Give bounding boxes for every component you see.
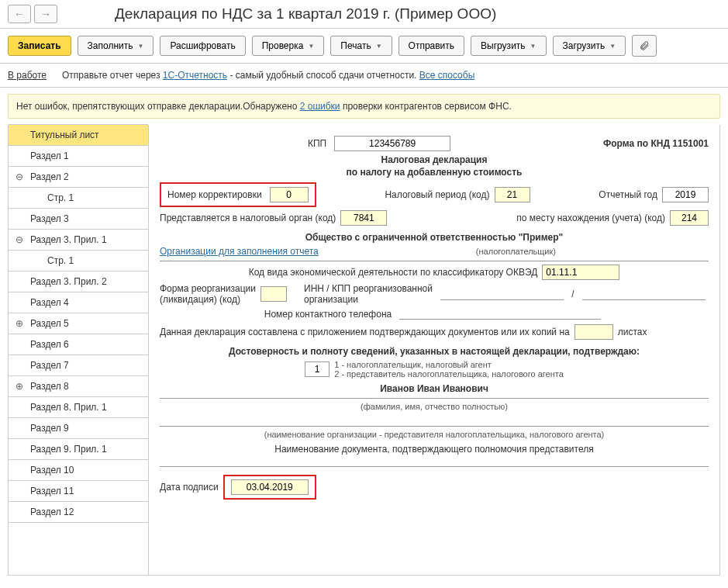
org-fill-link[interactable]: Организации для заполнения отчета: [160, 246, 319, 257]
year-field[interactable]: [662, 187, 709, 202]
expand-icon[interactable]: ⊕: [15, 319, 24, 328]
sidebar-item-7[interactable]: Раздел 3. Прил. 2: [9, 271, 148, 292]
row-corr: Номер корректировки Налоговый период (ко…: [160, 182, 709, 207]
form-title-2: по налогу на добавленную стоимость: [160, 167, 709, 178]
row-okved: Код вида экономической деятельности по к…: [160, 265, 709, 280]
docs-label-2: листах: [618, 327, 647, 337]
check-button[interactable]: Проверка▼: [252, 36, 325, 56]
docs-pages-field[interactable]: [574, 324, 613, 340]
correction-field[interactable]: [270, 187, 309, 202]
sidebar-item-12[interactable]: ⊕Раздел 8: [9, 375, 148, 397]
sidebar-item-label: Раздел 7: [30, 360, 69, 371]
download-button[interactable]: Загрузить▼: [553, 36, 626, 56]
chevron-down-icon: ▼: [138, 43, 144, 50]
sidebar-item-1[interactable]: Раздел 1: [9, 145, 148, 167]
kpp-field[interactable]: [334, 136, 450, 151]
status-text: Отправьте отчет через 1С-Отчетность - са…: [62, 70, 474, 81]
sign-date-field[interactable]: [231, 479, 309, 495]
reorg-code-field[interactable]: [260, 286, 287, 302]
print-button[interactable]: Печать▼: [330, 36, 392, 56]
okved-field[interactable]: [542, 265, 619, 280]
chevron-down-icon: ▼: [376, 43, 382, 50]
place-field[interactable]: [670, 210, 709, 226]
row-sign-date: Дата подписи: [160, 475, 709, 500]
sidebar-item-16[interactable]: Раздел 10: [9, 459, 148, 481]
row-fio-sub: (фамилия, имя, отчество полностью): [160, 402, 709, 411]
form-title-1: Налоговая декларация: [160, 154, 709, 165]
sidebar-item-9[interactable]: ⊕Раздел 5: [9, 313, 148, 334]
divider: [160, 260, 709, 261]
sidebar-item-11[interactable]: Раздел 7: [9, 355, 148, 376]
sidebar-item-4[interactable]: Раздел 3: [9, 208, 148, 230]
place-label: по месту нахождения (учета) (код): [516, 213, 665, 223]
sidebar-item-18[interactable]: Раздел 12: [9, 501, 148, 523]
nav-back-button[interactable]: ←: [8, 5, 31, 23]
sidebar-item-10[interactable]: Раздел 6: [9, 334, 148, 355]
sidebar-item-label: Раздел 3. Прил. 2: [30, 276, 107, 287]
toolbar: Записать Заполнить▼ Расшифровать Проверк…: [0, 29, 728, 64]
errors-link[interactable]: 2 ошибки: [300, 101, 340, 112]
sidebar-item-label: Раздел 12: [30, 507, 74, 517]
collapse-icon[interactable]: ⊖: [15, 172, 24, 182]
sidebar-item-6[interactable]: Стр. 1: [9, 250, 148, 272]
attachment-button[interactable]: [632, 35, 657, 57]
decode-button[interactable]: Расшифровать: [160, 36, 245, 56]
knd-label: Форма по КНД 1151001: [603, 138, 709, 149]
topbar: ← → Декларация по НДС за 1 квартал 2019 …: [0, 0, 728, 29]
status-label[interactable]: В работе: [8, 70, 47, 81]
sidebar-item-17[interactable]: Раздел 11: [9, 480, 148, 502]
sidebar-item-label: Раздел 3: [30, 213, 69, 224]
doc-label: Наименование документа, подтверждающего …: [274, 444, 593, 455]
confirm-field[interactable]: [305, 361, 329, 377]
link-all-methods[interactable]: Все способы: [419, 70, 475, 81]
sidebar-item-label: Раздел 4: [30, 297, 69, 308]
expand-icon[interactable]: ⊕: [15, 382, 24, 391]
chevron-down-icon: ▼: [530, 43, 537, 50]
row-org-name: Общество с ограниченной ответственностью…: [160, 232, 709, 243]
sidebar-item-label: Раздел 9: [30, 423, 69, 434]
sidebar-item-label: Раздел 2: [30, 171, 69, 182]
send-button[interactable]: Отправить: [399, 36, 465, 56]
row-reorg: Форма реорганизации (ликвидация) (код) И…: [160, 283, 709, 305]
main: Титульный листРаздел 1⊖Раздел 2Стр. 1Раз…: [0, 125, 728, 583]
collapse-icon[interactable]: ⊖: [15, 235, 24, 244]
confirm-title: Достоверность и полноту сведений, указан…: [229, 346, 640, 357]
reorg-inn-label-2: организации: [304, 294, 433, 305]
reorg-inn-label-1: ИНН / КПП реорганизованной: [304, 283, 433, 294]
period-field[interactable]: [495, 187, 530, 202]
fill-button[interactable]: Заполнить▼: [78, 36, 154, 56]
year-label: Отчетный год: [599, 189, 657, 200]
chevron-down-icon: ▼: [308, 43, 314, 50]
confirm-opt-2: 2 - представитель налогоплательщика, нал…: [334, 369, 564, 379]
sidebar-item-8[interactable]: Раздел 4: [9, 292, 148, 313]
upload-button[interactable]: Выгрузить▼: [471, 36, 546, 56]
fio: Иванов Иван Иванович: [380, 383, 488, 394]
sidebar-item-3[interactable]: Стр. 1: [9, 187, 148, 209]
period-label: Налоговый период (код): [385, 189, 489, 200]
slash-label: /: [571, 289, 574, 299]
nav-forward-button[interactable]: →: [34, 5, 57, 23]
form-content: КПП Форма по КНД 1151001 Налоговая декла…: [149, 125, 720, 576]
sidebar-item-label: Раздел 10: [30, 465, 74, 476]
save-button[interactable]: Записать: [8, 36, 71, 56]
sidebar-item-13[interactable]: Раздел 8. Прил. 1: [9, 396, 148, 418]
sidebar-item-label: Раздел 5: [30, 318, 69, 329]
kpp-label: КПП: [308, 138, 326, 149]
sidebar-item-label: Титульный лист: [30, 130, 99, 140]
sidebar-item-14[interactable]: Раздел 9: [9, 417, 148, 439]
sidebar-item-label: Раздел 11: [30, 486, 74, 496]
row-fio: Иванов Иван Иванович: [160, 383, 709, 394]
sidebar-item-15[interactable]: Раздел 9. Прил. 1: [9, 438, 148, 460]
sidebar-item-2[interactable]: ⊖Раздел 2: [9, 166, 148, 188]
sidebar-item-label: Раздел 3. Прил. 1: [30, 234, 107, 245]
reorg-inn-line: [440, 289, 564, 300]
phone-line[interactable]: [399, 308, 601, 320]
row-org-link: Организации для заполнения отчета (налог…: [160, 246, 709, 257]
sidebar-item-5[interactable]: ⊖Раздел 3. Прил. 1: [9, 229, 148, 251]
link-1c[interactable]: 1С-Отчетность: [163, 70, 227, 81]
sign-date-highlight: [223, 475, 316, 500]
sidebar-item-0[interactable]: Титульный лист: [9, 124, 148, 146]
to-org-field[interactable]: [340, 210, 387, 226]
rep-sub: (наименование организации - представител…: [264, 430, 605, 439]
sidebar-item-label: Раздел 1: [30, 150, 69, 161]
